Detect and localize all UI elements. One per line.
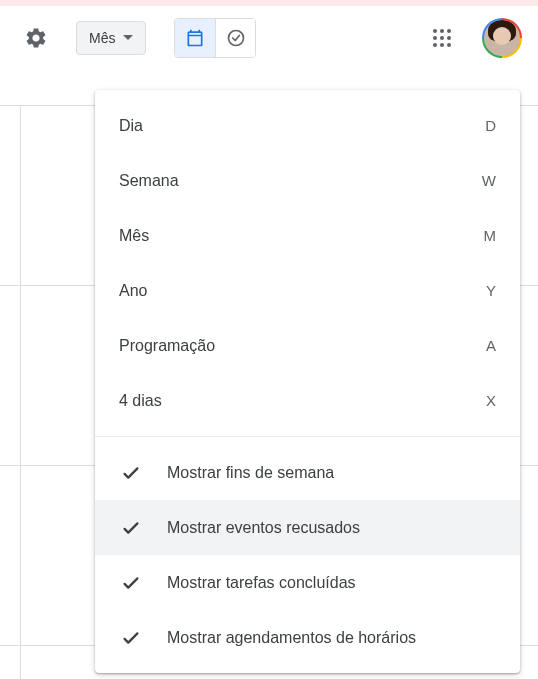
toolbar: Mês [0,6,538,70]
toggle-show-declined[interactable]: Mostrar eventos recusados [95,500,520,555]
toggle-show-appointment-schedules[interactable]: Mostrar agendamentos de horários [95,610,520,665]
avatar-image [484,20,520,56]
toggle-show-completed-tasks[interactable]: Mostrar tarefas concluídas [95,555,520,610]
view-dropdown-menu: Dia D Semana W Mês M Ano Y Programação A… [95,90,520,673]
svg-point-8 [440,43,444,47]
check-icon [119,516,143,540]
tasks-mode-button[interactable] [215,19,255,57]
avatar-ring [482,18,522,58]
account-avatar[interactable] [482,18,522,58]
view-option-4days[interactable]: 4 dias X [95,373,520,428]
calendar-icon [185,28,205,48]
menu-shortcut: Y [486,282,496,299]
svg-point-4 [433,36,437,40]
svg-point-1 [433,29,437,33]
check-icon [119,571,143,595]
svg-point-6 [447,36,451,40]
menu-shortcut: D [485,117,496,134]
toggle-label: Mostrar fins de semana [167,464,334,482]
caret-down-icon [123,35,133,41]
view-option-day[interactable]: Dia D [95,98,520,153]
view-selector-button[interactable]: Mês [76,21,146,55]
apps-grid-icon [432,28,452,48]
calendar-mode-button[interactable] [175,19,215,57]
view-option-year[interactable]: Ano Y [95,263,520,318]
check-circle-icon [226,28,246,48]
google-apps-button[interactable] [422,18,462,58]
settings-button[interactable] [16,18,56,58]
gear-icon [24,26,48,50]
svg-point-3 [447,29,451,33]
view-option-schedule[interactable]: Programação A [95,318,520,373]
menu-shortcut: M [484,227,497,244]
svg-point-9 [447,43,451,47]
menu-label: Mês [119,227,149,245]
mode-toggle [174,18,256,58]
toggle-label: Mostrar eventos recusados [167,519,360,537]
svg-point-0 [228,31,243,46]
check-icon [119,626,143,650]
view-selector-label: Mês [89,30,115,46]
menu-label: Semana [119,172,179,190]
check-icon [119,461,143,485]
view-option-week[interactable]: Semana W [95,153,520,208]
menu-label: Dia [119,117,143,135]
menu-label: Ano [119,282,147,300]
menu-label: 4 dias [119,392,162,410]
toggle-label: Mostrar tarefas concluídas [167,574,356,592]
menu-label: Programação [119,337,215,355]
menu-shortcut: A [486,337,496,354]
svg-point-5 [440,36,444,40]
svg-point-2 [440,29,444,33]
svg-point-7 [433,43,437,47]
menu-divider [95,436,520,437]
view-option-month[interactable]: Mês M [95,208,520,263]
toggle-label: Mostrar agendamentos de horários [167,629,416,647]
menu-shortcut: W [482,172,496,189]
menu-shortcut: X [486,392,496,409]
toggle-show-weekends[interactable]: Mostrar fins de semana [95,445,520,500]
